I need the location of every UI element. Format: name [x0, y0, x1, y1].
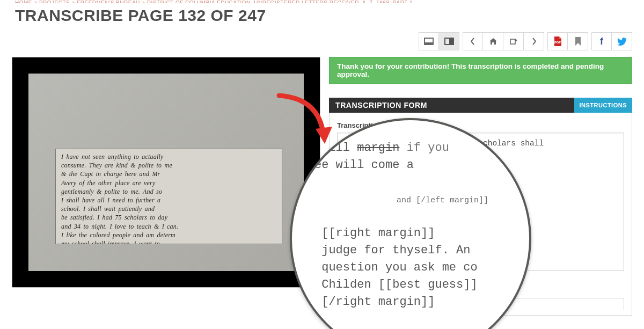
instructions-button[interactable]: INSTRUCTIONS [574, 98, 633, 113]
prev-button[interactable] [463, 32, 483, 50]
manuscript-letter: I have not seen anything to actually con… [55, 149, 282, 244]
page-title: TRANSCRIBE PAGE 132 OF 247 [0, 3, 644, 32]
pdf-button[interactable]: PDF [547, 32, 568, 50]
bookmark-button[interactable] [568, 32, 588, 50]
single-pane-icon [424, 38, 434, 45]
chevron-left-icon [470, 38, 475, 45]
view-split-button[interactable] [439, 32, 459, 50]
home-button[interactable] [483, 32, 503, 50]
rotate-button[interactable] [503, 32, 524, 50]
svg-rect-1 [425, 42, 433, 45]
chevron-right-icon [531, 38, 537, 45]
document-page: I have not seen anything to actually con… [28, 74, 304, 271]
svg-rect-3 [449, 38, 453, 45]
home-icon [489, 38, 497, 45]
breadcrumb[interactable]: HOME > PROJECTS > FREEDMEN'S BUREAU > DI… [0, 0, 644, 3]
split-pane-icon [444, 38, 454, 45]
rotate-icon [509, 38, 518, 45]
next-button[interactable] [524, 32, 544, 50]
document-viewer[interactable]: I have not seen anything to actually con… [12, 57, 320, 288]
form-header: TRANSCRIPTION FORM [329, 98, 574, 113]
twitter-icon [617, 38, 627, 46]
magnifier-content: will margin if you ee will come a and [/… [292, 120, 529, 329]
bookmark-icon [575, 37, 581, 46]
view-single-button[interactable] [419, 32, 439, 50]
twitter-button[interactable] [612, 32, 632, 50]
toolbar: PDF f [0, 32, 644, 57]
facebook-button[interactable]: f [591, 32, 612, 50]
svg-text:PDF: PDF [554, 41, 561, 44]
svg-rect-4 [510, 39, 515, 44]
pdf-icon: PDF [553, 36, 562, 46]
success-alert: Thank you for your contribution! This tr… [329, 57, 632, 84]
manuscript-text: I have not seen anything to actually con… [61, 152, 276, 244]
